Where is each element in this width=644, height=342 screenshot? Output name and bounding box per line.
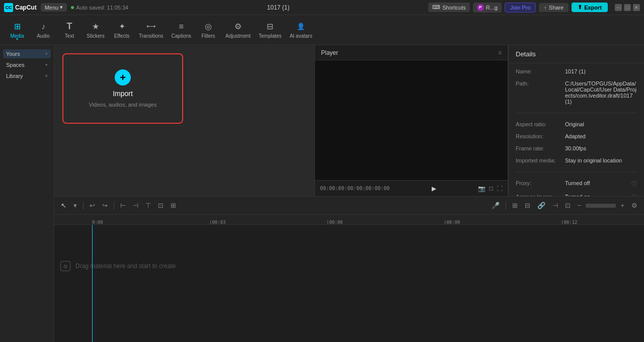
- undo-button[interactable]: ↩: [87, 200, 98, 211]
- import-title: Import: [113, 90, 133, 98]
- name-value: 1017 (1): [565, 68, 586, 74]
- toolbar-item-ai-avatars[interactable]: 👤 AI avatars: [286, 20, 316, 41]
- import-plus-icon: +: [115, 69, 131, 86]
- select-tool-button[interactable]: ↖: [58, 200, 69, 211]
- audio-label: Audio: [37, 33, 50, 39]
- nav-item-library[interactable]: Library ▾: [3, 71, 51, 80]
- screenshot-button[interactable]: 📷: [478, 185, 486, 192]
- detail-path-row: Path: C:/Users/TOPGUS/AppData/Local/CapC…: [516, 80, 637, 105]
- timeline-toolbar-right: 🎤 ⊞ ⊟ 🔗 ⊣ ⊡ − + ⚙: [489, 200, 640, 211]
- audio-icon: ♪: [38, 22, 48, 32]
- play-button[interactable]: ▶: [432, 185, 436, 192]
- toolbar-item-filters[interactable]: ◎ Filters: [195, 20, 221, 41]
- import-card[interactable]: + Import Videos, audios, and images: [62, 53, 183, 124]
- join-pro-button[interactable]: Join Pro: [505, 3, 536, 13]
- close-button[interactable]: ✕: [633, 4, 640, 11]
- plus-button[interactable]: +: [618, 200, 627, 211]
- timeline-separator-3: [506, 202, 506, 210]
- text-label: Text: [65, 33, 74, 39]
- detail-name-row: Name: 1017 (1): [516, 68, 637, 74]
- player-right-buttons: 📷 ⊡ ⛶: [478, 185, 503, 192]
- menu-chevron-icon: ▾: [60, 4, 63, 11]
- player-menu-icon[interactable]: ≡: [498, 49, 502, 56]
- zoom-slider[interactable]: [586, 204, 616, 208]
- chevron-down-icon: ▾: [45, 73, 48, 78]
- split-button[interactable]: ⊢: [118, 200, 128, 211]
- fit-button[interactable]: ⊡: [489, 185, 494, 192]
- player-header: Player ≡: [315, 45, 508, 60]
- details-panel: Details Name: 1017 (1) Path: C:/Users/TO…: [508, 45, 644, 196]
- group-button[interactable]: ⊞: [168, 200, 179, 211]
- timeline-section: ↖ ▾ ↩ ↪ ⊢ ⊣ ⊤ ⊡ ⊞ 🎤 ⊞ ⊟ 🔗 ⊣: [54, 196, 644, 342]
- app-logo: CC CapCut: [4, 3, 37, 12]
- select-dropdown-button[interactable]: ▾: [71, 200, 79, 211]
- shortcuts-button[interactable]: ⌨ Shortcuts: [428, 3, 469, 12]
- trim-button[interactable]: ⊤: [143, 200, 153, 211]
- snap-button[interactable]: ⊣: [550, 200, 560, 211]
- fullscreen-button[interactable]: ⛶: [497, 185, 503, 192]
- share-button[interactable]: ↑ Share: [539, 3, 569, 12]
- menu-button[interactable]: Menu ▾: [41, 3, 67, 12]
- toolbar-item-media[interactable]: ⊞ Media: [4, 20, 30, 41]
- ai-avatars-label: AI avatars: [290, 33, 312, 39]
- effects-icon: ✦: [117, 22, 127, 32]
- player-controls: 00:00:00:00 / 00:00:00:00 ▶ 📷 ⊡ ⛶: [315, 180, 508, 196]
- delete-button[interactable]: ⊡: [155, 200, 166, 211]
- ruler-mark-12: |00:12: [561, 220, 578, 225]
- path-value: C:/Users/TOPGUS/AppData/Local/CapCut/Use…: [565, 80, 637, 105]
- mic-button[interactable]: 🎤: [489, 200, 502, 211]
- name-label: Name:: [516, 68, 561, 74]
- resolution-label: Resolution:: [516, 133, 561, 139]
- settings-button[interactable]: ⚙: [629, 200, 640, 211]
- detail-framerate-row: Frame rate: 30.00fps: [516, 145, 637, 151]
- export-button[interactable]: ⬆ Export: [572, 3, 608, 12]
- toolbar-item-captions[interactable]: ≡ Captions: [168, 20, 195, 41]
- restore-button[interactable]: □: [624, 4, 631, 11]
- toolbar-item-text[interactable]: T Text: [56, 20, 83, 41]
- toolbar-item-stickers[interactable]: ★ Stickers: [83, 20, 109, 41]
- drag-hint-text: Drag material here and start to create: [75, 263, 176, 270]
- player-viewport: [315, 60, 508, 180]
- detail-separator-2: [516, 172, 637, 172]
- toolbar-item-audio[interactable]: ♪ Audio: [30, 20, 56, 41]
- keyboard-icon: ⌨: [432, 4, 440, 11]
- detail-proxy-row: Proxy: Turned off ⓘ: [516, 180, 637, 188]
- minus-button[interactable]: −: [575, 200, 584, 211]
- nav-item-spaces[interactable]: Spaces ▾: [3, 60, 51, 69]
- templates-icon: ⊟: [265, 22, 275, 32]
- link-button[interactable]: 🔗: [535, 200, 548, 211]
- main-area: Yours ▾ Spaces ▾ Library ▾ + Import Vide…: [0, 45, 644, 342]
- ai-avatars-icon: 👤: [296, 22, 306, 32]
- imported-label: Imported media:: [516, 157, 561, 163]
- detail-resolution-row: Resolution: Adapted: [516, 133, 637, 139]
- toolbar-item-templates[interactable]: ⊟ Templates: [255, 20, 286, 41]
- toolbar-item-adjustment[interactable]: ⚙ Adjustment: [221, 20, 255, 41]
- resolution-value: Adapted: [565, 133, 586, 139]
- share-icon: ↑: [544, 5, 547, 11]
- thumbnail-button[interactable]: ⊡: [562, 200, 573, 211]
- app-name: CapCut: [15, 4, 37, 11]
- nav-item-yours[interactable]: Yours ▾: [3, 49, 51, 58]
- templates-label: Templates: [259, 33, 282, 39]
- clip-connect-button[interactable]: ⊞: [510, 200, 520, 211]
- ruler-mark-3: |00:03: [209, 220, 226, 225]
- aspect-label: Aspect ratio:: [516, 121, 561, 127]
- split-right-button[interactable]: ⊣: [130, 200, 141, 211]
- multi-track-button[interactable]: ⊟: [522, 200, 533, 211]
- pro-profile[interactable]: P R...g: [473, 3, 502, 13]
- proxy-info-icon[interactable]: ⓘ: [631, 180, 637, 188]
- text-icon: T: [64, 22, 74, 32]
- main-toolbar: ⊞ Media ♪ Audio T Text ★ Stickers ✦ Effe…: [0, 15, 644, 45]
- export-icon: ⬆: [578, 4, 582, 11]
- toolbar-item-effects[interactable]: ✦ Effects: [109, 20, 135, 41]
- detail-separator-1: [516, 113, 637, 113]
- media-icon: ⊞: [12, 22, 22, 32]
- adjustment-label: Adjustment: [225, 33, 251, 39]
- player-time-current: 00:00:00:00: [320, 186, 353, 191]
- timeline-tracks: ⊞ Drag material here and start to create: [54, 225, 644, 342]
- minimize-button[interactable]: ─: [615, 4, 622, 11]
- effects-label: Effects: [114, 33, 129, 39]
- toolbar-item-transitions[interactable]: ⟷ Transitions: [135, 20, 168, 41]
- redo-button[interactable]: ↪: [100, 200, 110, 211]
- timeline-playhead: [92, 225, 93, 342]
